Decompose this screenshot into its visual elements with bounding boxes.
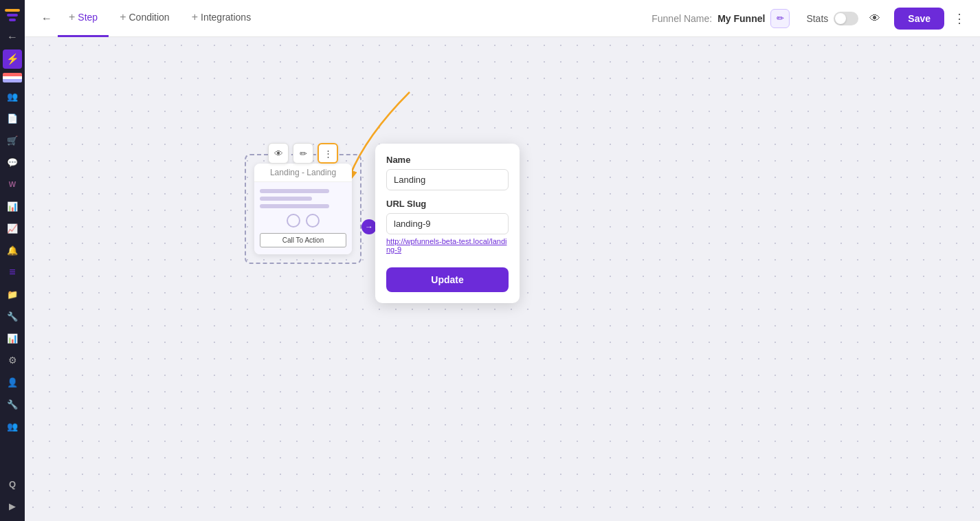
- sidebar-item-contacts[interactable]: 👥: [3, 87, 22, 106]
- url-link[interactable]: http://wpfunnels-beta-test.local/landing…: [386, 237, 509, 254]
- sidebar-item-user[interactable]: 👤: [3, 373, 22, 392]
- slug-field: URL Slug http://wpfunnels-beta-test.loca…: [386, 199, 509, 254]
- back-button[interactable]: ←: [36, 8, 58, 30]
- toggle-knob: [835, 13, 846, 24]
- name-label: Name: [386, 155, 509, 165]
- edit-icon: ✏: [777, 13, 784, 23]
- canvas: 👁 ✏ ⋮ Landing - Landing: [25, 37, 980, 521]
- svg-rect-2: [9, 19, 16, 21]
- arrow-icon: →: [365, 222, 373, 232]
- preview-line-1: [260, 189, 329, 193]
- step-name: Landing: [270, 168, 300, 177]
- tab-step-plus: +: [69, 11, 75, 23]
- tab-integrations[interactable]: + Integrations: [181, 0, 263, 37]
- slug-label: URL Slug: [386, 199, 509, 209]
- pencil-icon: ✏: [300, 148, 307, 159]
- funnel-name-value: My Funnel: [717, 13, 765, 24]
- step-subtitle: Landing: [307, 168, 336, 177]
- cta-preview-button: Call To Action: [260, 233, 346, 247]
- tab-step[interactable]: + Step: [58, 0, 109, 37]
- main-area: ← + Step + Condition + Integrations Funn…: [25, 0, 980, 521]
- svg-rect-1: [7, 14, 18, 16]
- popup-form: Name URL Slug http://wpfunnels-beta-test…: [375, 144, 520, 303]
- preview-line-2: [260, 197, 312, 201]
- save-button[interactable]: Save: [894, 8, 944, 30]
- update-button[interactable]: Update: [386, 267, 509, 292]
- preview-circle-2: [306, 214, 320, 228]
- name-input[interactable]: [386, 169, 509, 190]
- sidebar-item-settings[interactable]: ⚙: [3, 351, 22, 370]
- sidebar-logo[interactable]: [3, 5, 22, 25]
- name-field: Name: [386, 155, 509, 190]
- sidebar-item-notifications[interactable]: 🔔: [3, 241, 22, 260]
- sidebar-flag: [3, 73, 22, 82]
- more-menu-button[interactable]: ⋮: [950, 9, 969, 28]
- step-edit-button[interactable]: ✏: [293, 143, 313, 164]
- funnel-name-area: Funnel Name: My Funnel ✏: [652, 9, 790, 28]
- sidebar-item-active[interactable]: ⚡: [3, 49, 22, 69]
- sidebar-item-folders[interactable]: 📁: [3, 285, 22, 304]
- stats-area: Stats: [806, 12, 858, 25]
- svg-rect-0: [5, 9, 20, 12]
- preview-circles: [260, 214, 346, 228]
- connector-arrow[interactable]: →: [361, 219, 377, 234]
- sidebar-item-pages[interactable]: 📄: [3, 109, 22, 128]
- preview-circle-1: [287, 214, 300, 228]
- funnel-edit-button[interactable]: ✏: [770, 9, 790, 28]
- sidebar-item-analytics[interactable]: 📈: [3, 219, 22, 238]
- sidebar-item-reports[interactable]: 📊: [3, 197, 22, 216]
- eye-icon-small: 👁: [274, 148, 283, 159]
- sidebar-item-team[interactable]: 👥: [3, 417, 22, 436]
- sidebar-item-integrations2[interactable]: 🔧: [3, 395, 22, 414]
- tab-condition-label: Condition: [129, 12, 170, 23]
- sidebar: ← ⚡ 👥 📄 🛒 💬 W 📊 📈 🔔 ≡ 📁 🔧 📊 ⚙ 👤 🔧 👥 Q ▶: [0, 0, 25, 521]
- stats-label: Stats: [806, 13, 828, 24]
- tab-integrations-plus: +: [192, 11, 198, 23]
- step-actions: 👁 ✏ ⋮: [268, 143, 338, 164]
- sidebar-item-list[interactable]: ≡: [3, 263, 22, 282]
- sidebar-item-publish[interactable]: ▶: [3, 496, 22, 516]
- stats-toggle[interactable]: [834, 12, 858, 25]
- funnel-name-label: Funnel Name:: [652, 13, 712, 24]
- slug-input[interactable]: [386, 213, 509, 234]
- sidebar-item-q[interactable]: Q: [3, 474, 22, 494]
- tab-step-label: Step: [78, 12, 98, 23]
- more-icon: ⋮: [953, 11, 966, 26]
- sidebar-item-woo[interactable]: W: [3, 175, 22, 194]
- preview-button[interactable]: 👁: [864, 8, 886, 30]
- step-more-button[interactable]: ⋮: [318, 143, 338, 164]
- tab-condition[interactable]: + Condition: [109, 0, 181, 37]
- eye-icon: 👁: [869, 12, 880, 25]
- preview-line-3: [260, 204, 329, 208]
- step-eye-button[interactable]: 👁: [268, 143, 289, 164]
- dots-icon: ⋮: [324, 148, 333, 159]
- step-card-header: Landing - Landing: [254, 164, 352, 182]
- sidebar-item-orders[interactable]: 🛒: [3, 131, 22, 150]
- step-card-wrapper: 👁 ✏ ⋮ Landing - Landing: [245, 154, 361, 264]
- sidebar-item-tools2[interactable]: 🔧: [3, 307, 22, 326]
- step-preview: Call To Action: [254, 182, 352, 254]
- step-card-inner: Landing - Landing Call To Action: [254, 164, 352, 254]
- tab-condition-plus: +: [120, 11, 126, 23]
- sidebar-item-back[interactable]: ←: [3, 27, 22, 47]
- sidebar-item-feedback[interactable]: 💬: [3, 153, 22, 172]
- topbar: ← + Step + Condition + Integrations Funn…: [25, 0, 980, 37]
- sidebar-item-charts[interactable]: 📊: [3, 329, 22, 348]
- tab-integrations-label: Integrations: [201, 12, 251, 23]
